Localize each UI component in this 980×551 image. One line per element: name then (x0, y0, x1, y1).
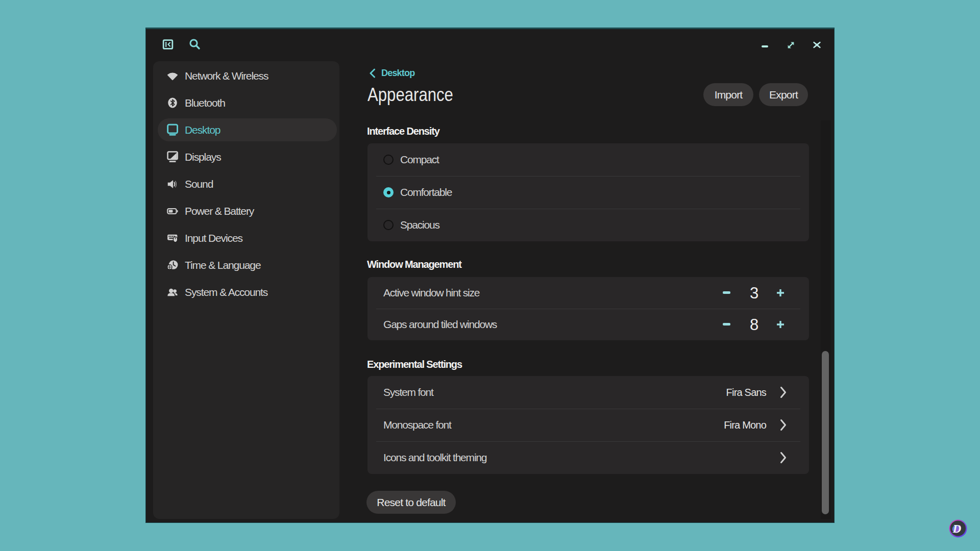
svg-text:D: D (952, 522, 962, 535)
